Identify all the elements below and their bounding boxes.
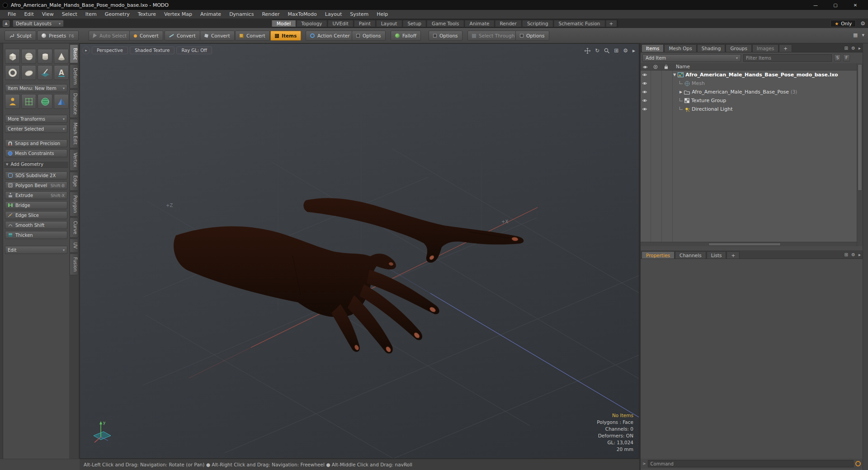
items-mode-button[interactable]: Items xyxy=(270,31,301,41)
vtab-mesh-edit[interactable]: Mesh Edit xyxy=(70,119,78,148)
menu-maxtomodo[interactable]: MaxToModo xyxy=(284,11,321,17)
select-options-button[interactable]: Options xyxy=(515,31,549,41)
raygl-button[interactable]: Ray GL: Off xyxy=(176,47,212,54)
maximize-button[interactable]: ▢ xyxy=(826,0,845,10)
panel-arrow-icon[interactable]: ▾ xyxy=(862,32,864,38)
select-through-button[interactable]: Select Through xyxy=(467,31,519,41)
panel-flyout-icon[interactable]: ▸ xyxy=(859,46,861,51)
layout-preset-dropdown[interactable]: Default Layouts ▾ xyxy=(13,20,64,27)
sculpt-button[interactable]: Sculpt xyxy=(5,31,36,41)
add-tab-button[interactable]: + xyxy=(779,44,792,52)
lock-column-icon[interactable] xyxy=(664,65,668,69)
scope-button[interactable]: S xyxy=(834,54,841,61)
eye-icon[interactable] xyxy=(642,90,647,94)
tab-scripting[interactable]: Scripting xyxy=(522,20,553,27)
vtab-polygon[interactable]: Polygon xyxy=(70,192,78,216)
tab-topology[interactable]: Topology xyxy=(296,20,327,27)
tab-schematic-fusion[interactable]: Schematic Fusion xyxy=(554,20,605,27)
texture-group-label[interactable]: Texture Group xyxy=(691,98,726,103)
tab-shading[interactable]: Shading xyxy=(697,44,726,52)
eye-icon[interactable] xyxy=(642,81,647,85)
more-transforms-dropdown[interactable]: More Transforms ▾ xyxy=(5,115,67,123)
menu-system[interactable]: System xyxy=(346,11,373,17)
polygon-bevel-button[interactable]: Polygon Bevel Shift-B xyxy=(5,181,67,189)
scene-item-label[interactable]: Afro_American_Male_Hands_Base_Pose_modo_… xyxy=(685,72,838,78)
viewport-gear-icon[interactable]: ⚙ xyxy=(623,47,628,54)
tab-paint[interactable]: Paint xyxy=(354,20,376,27)
visibility-column-icon[interactable] xyxy=(642,65,648,69)
convert-polygons-button[interactable]: Convert xyxy=(200,31,235,41)
vtab-fusion[interactable]: Fusion xyxy=(70,254,78,275)
menu-file[interactable]: File xyxy=(4,11,20,17)
right-edge-strip[interactable] xyxy=(863,43,868,470)
eye-icon[interactable] xyxy=(642,99,647,103)
tab-channels[interactable]: Channels xyxy=(675,251,706,258)
pyramid-tool-button[interactable] xyxy=(54,94,69,109)
add-geometry-header[interactable]: ▼ Add Geometry xyxy=(4,161,68,168)
eye-icon[interactable] xyxy=(642,73,647,77)
tree-row-texture-group[interactable]: Texture Group xyxy=(641,96,857,105)
convert-vertices-button[interactable]: Convert xyxy=(129,31,163,41)
menu-layout[interactable]: Layout xyxy=(321,11,346,17)
primitive-sphere-button[interactable] xyxy=(21,49,36,64)
add-item-dropdown[interactable]: Add Item ▾ xyxy=(642,54,741,62)
edit-dropdown[interactable]: Edit ▾ xyxy=(5,246,67,254)
primitive-cube-button[interactable] xyxy=(5,49,20,64)
command-record-icon[interactable] xyxy=(855,461,861,466)
text-tool-button[interactable]: A xyxy=(54,65,69,80)
tree-row-mesh[interactable]: Mesh xyxy=(641,79,857,88)
center-selected-dropdown[interactable]: Center Selected ▾ xyxy=(5,125,67,133)
tree-row-group[interactable]: ▶ Afro_American_Male_Hands_Base_Pose (3) xyxy=(641,88,857,96)
viewport-menu-icon[interactable]: ▸ xyxy=(82,47,90,54)
sculpt-figure-button[interactable] xyxy=(5,94,20,109)
close-button[interactable]: ✕ xyxy=(845,0,865,10)
tab-groups[interactable]: Groups xyxy=(726,44,751,52)
smooth-shift-button[interactable]: Smooth Shift xyxy=(5,221,67,229)
detach-panel-icon[interactable]: ⊞ xyxy=(844,252,848,257)
sphere-green-tool-button[interactable] xyxy=(38,94,52,109)
tab-uvedit[interactable]: UVEdit xyxy=(328,20,354,27)
panel-gear-icon[interactable]: ⚙ xyxy=(851,252,855,257)
mesh-item-label[interactable]: Mesh xyxy=(692,80,705,86)
pan-icon[interactable] xyxy=(585,48,590,54)
scrollbar-thumb[interactable] xyxy=(858,64,862,191)
filter-button[interactable]: F xyxy=(843,54,850,61)
tab-properties[interactable]: Properties xyxy=(642,251,675,258)
primitive-ellipsoid-button[interactable] xyxy=(21,65,36,80)
tab-items[interactable]: Items xyxy=(642,44,664,52)
add-properties-tab-button[interactable]: + xyxy=(726,251,740,258)
light-item-label[interactable]: Directional Light xyxy=(692,106,732,112)
extrude-button[interactable]: Extrude Shift-X xyxy=(5,191,67,199)
vtab-duplicate[interactable]: Duplicate xyxy=(70,89,78,118)
left-edge-strip[interactable] xyxy=(0,43,3,459)
vtab-deform[interactable]: Deform xyxy=(70,64,78,88)
menu-vertex-map[interactable]: Vertex Map xyxy=(160,11,196,17)
bridge-button[interactable]: Bridge xyxy=(5,201,67,209)
collapse-icon[interactable]: ▼ xyxy=(673,73,676,77)
dock-layout-icon[interactable]: ▲ xyxy=(3,20,9,27)
tab-lists[interactable]: Lists xyxy=(707,251,726,258)
expand-icon[interactable]: ▶ xyxy=(679,90,682,94)
sketch-tool-button[interactable] xyxy=(38,65,52,80)
add-layout-tab-button[interactable]: + xyxy=(606,20,617,27)
filter-items-input[interactable] xyxy=(743,54,832,62)
vtab-vertex[interactable]: Vertex xyxy=(70,149,78,171)
tab-mesh-ops[interactable]: Mesh Ops xyxy=(664,44,696,52)
only-toggle[interactable]: ★ Only xyxy=(830,20,856,27)
menu-animate[interactable]: Animate xyxy=(196,11,225,17)
presets-button[interactable]: Presets F6 xyxy=(37,31,79,41)
lattice-tool-button[interactable] xyxy=(21,94,36,109)
snaps-button[interactable]: Snaps and Precision xyxy=(5,139,67,147)
menu-geometry[interactable]: Geometry xyxy=(101,11,134,17)
minimize-button[interactable]: — xyxy=(806,0,826,10)
action-center-button[interactable]: Action Center xyxy=(306,31,354,41)
scrollbar-thumb[interactable] xyxy=(708,243,781,246)
tree-row-scene[interactable]: ▼ Afro_American_Male_Hands_Base_Pose_mod… xyxy=(641,70,857,79)
eye-icon[interactable] xyxy=(642,107,647,111)
panel-flyout-icon[interactable]: ▸ xyxy=(859,252,861,257)
menu-help[interactable]: Help xyxy=(373,11,392,17)
tab-layout[interactable]: Layout xyxy=(376,20,402,27)
primitive-torus-button[interactable] xyxy=(5,65,20,80)
viewport-3d[interactable]: +Z +X ▸ Perspective Shaded Texture Ray G… xyxy=(80,43,639,459)
vtab-curve[interactable]: Curve xyxy=(70,217,78,238)
